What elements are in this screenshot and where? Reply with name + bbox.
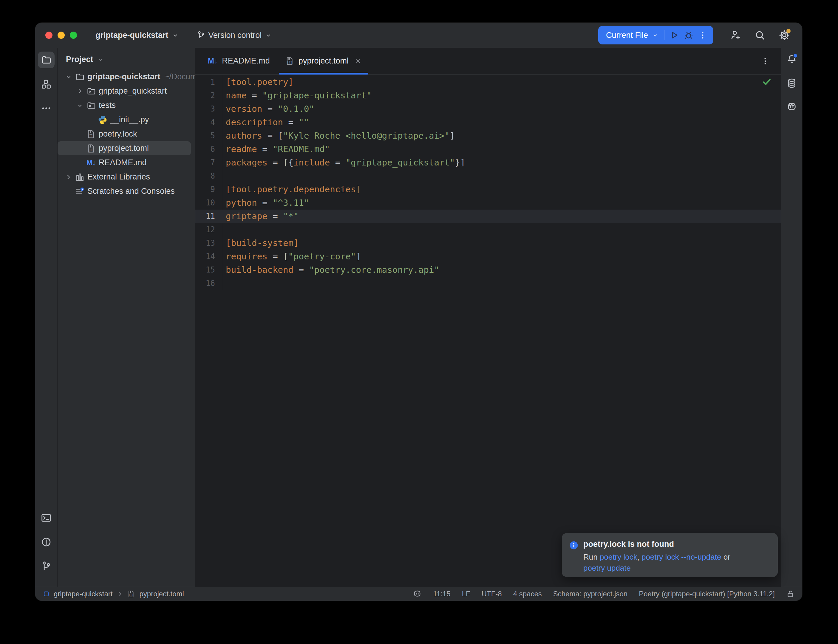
run-button[interactable]: [669, 30, 679, 40]
status-bar: griptape-quickstart [T] pyproject.toml 1…: [35, 587, 802, 601]
code-line-7[interactable]: 7packages = [{include = "griptape_quicks…: [196, 156, 781, 169]
token-str: "poetry.core.masonry.api": [309, 265, 439, 275]
code-line-9[interactable]: 9[tool.poetry.dependencies]: [196, 183, 781, 196]
zoom-window-button[interactable]: [70, 31, 77, 39]
code-line-16[interactable]: 16: [196, 277, 781, 290]
close-tab-icon[interactable]: [355, 58, 362, 65]
notification-body: Run poetry lock, poetry lock --no-update…: [583, 552, 730, 573]
code-line-10[interactable]: 10python = "^3.11": [196, 196, 781, 210]
project-switcher[interactable]: griptape-quickstart: [95, 31, 179, 40]
inspections-ok-checkmark-icon[interactable]: [762, 77, 772, 87]
code-line-2[interactable]: 2name = "griptape-quickstart": [196, 89, 781, 102]
settings-button[interactable]: [777, 28, 792, 43]
token-op: =: [293, 265, 309, 275]
tree-item-griptape-quickstart[interactable]: griptape-quickstart~/Docume: [58, 70, 191, 84]
code-line-1[interactable]: 1[tool.poetry]: [196, 76, 781, 89]
status-encoding[interactable]: UTF-8: [481, 590, 502, 598]
notifications-bell-button[interactable]: [784, 51, 800, 67]
chevron-right-icon[interactable]: [74, 87, 85, 95]
minimize-window-button[interactable]: [58, 31, 65, 39]
line-number: 14: [196, 250, 223, 263]
code-editor[interactable]: 1[tool.poetry]2name = "griptape-quicksta…: [196, 74, 781, 290]
code-line-14[interactable]: 14requires = ["poetry-core"]: [196, 250, 781, 263]
token-str: "README.md": [273, 144, 330, 154]
svg-text:[T]: [T]: [88, 133, 94, 138]
code-with-me-button[interactable]: [728, 28, 743, 43]
notification-link[interactable]: poetry lock --no-update: [641, 552, 721, 562]
tab-options-button[interactable]: [761, 48, 770, 74]
status-line-ending[interactable]: LF: [462, 590, 470, 598]
project-switcher-label: griptape-quickstart: [95, 31, 169, 40]
tab-label: pyproject.toml: [299, 56, 348, 66]
code-line-3[interactable]: 3version = "0.1.0": [196, 102, 781, 116]
breadcrumb-project[interactable]: griptape-quickstart: [54, 590, 112, 598]
tree-item-external-libraries[interactable]: External Libraries: [58, 170, 191, 184]
terminal-toolwindow-button[interactable]: [38, 509, 54, 526]
token-op: =: [268, 251, 283, 261]
notification-link[interactable]: poetry lock: [600, 552, 637, 562]
structure-toolwindow-button[interactable]: [38, 76, 54, 92]
code-line-11[interactable]: 11griptape = "*": [196, 210, 781, 223]
status-schema[interactable]: Schema: pyproject.json: [553, 590, 628, 598]
chevron-down-icon[interactable]: [63, 73, 74, 81]
git-toolwindow-button[interactable]: [38, 558, 54, 575]
github-copilot-icon[interactable]: [413, 590, 422, 598]
chevron-down-icon[interactable]: [74, 102, 85, 109]
close-window-button[interactable]: [45, 31, 53, 39]
vcs-widget[interactable]: Version control: [197, 31, 273, 40]
line-content: [build-system]: [223, 237, 299, 250]
code-line-15[interactable]: 15build-backend = "poetry.core.masonry.a…: [196, 263, 781, 277]
debug-button[interactable]: [684, 30, 693, 40]
code-line-6[interactable]: 6readme = "README.md": [196, 143, 781, 156]
tree-item-readme-md[interactable]: M↓README.md: [58, 156, 191, 170]
code-line-5[interactable]: 5authors = ["Kyle Roche <hello@griptape.…: [196, 129, 781, 143]
token-key: python: [226, 198, 257, 208]
tab-pyproject[interactable]: [T] pyproject.toml: [278, 48, 370, 74]
line-content: requires = ["poetry-core"]: [223, 250, 361, 263]
run-config-selector[interactable]: Current File: [606, 31, 648, 40]
notification-link[interactable]: poetry update: [583, 564, 631, 572]
line-number: 8: [196, 169, 223, 183]
search-everywhere-button[interactable]: [752, 28, 767, 43]
token-punc: [: [283, 251, 288, 261]
database-toolwindow-button[interactable]: [784, 75, 800, 91]
token-key: version: [226, 104, 262, 114]
project-panel-header[interactable]: Project: [58, 48, 195, 69]
problems-toolwindow-button[interactable]: [38, 534, 54, 550]
code-line-8[interactable]: 8: [196, 169, 781, 183]
line-number: 10: [196, 196, 223, 210]
line-number: 13: [196, 237, 223, 250]
more-toolwindows-button[interactable]: [38, 100, 54, 117]
tree-item-poetry-lock[interactable]: [T]poetry.lock: [58, 127, 191, 141]
line-content: [tool.poetry.dependencies]: [223, 183, 361, 196]
module-icon: [43, 591, 49, 597]
token-key: authors: [226, 131, 262, 141]
tree-item-pyproject-toml[interactable]: [T]pyproject.toml: [58, 141, 191, 155]
readonly-lock-icon[interactable]: [786, 590, 794, 598]
project-toolwindow-button[interactable]: [38, 52, 54, 68]
token-op: =: [257, 144, 273, 154]
tree-item--init-py[interactable]: __init__.py: [58, 113, 191, 127]
status-indent[interactable]: 4 spaces: [513, 590, 542, 598]
chevron-down-icon: [171, 31, 179, 39]
token-str: "griptape-quickstart": [262, 90, 371, 100]
tab-readme[interactable]: M↓ README.md: [200, 48, 278, 74]
tree-item-tests[interactable]: tests: [58, 99, 191, 112]
tree-item-griptape-quickstart[interactable]: griptape_quickstart: [58, 84, 191, 98]
line-number: 7: [196, 156, 223, 169]
code-line-4[interactable]: 4description = "": [196, 116, 781, 129]
tree-item-scratches-and-consoles[interactable]: Scratches and Consoles: [58, 184, 191, 198]
chevron-right-icon[interactable]: [63, 173, 74, 181]
token-str: "": [299, 117, 309, 127]
breadcrumb-file[interactable]: pyproject.toml: [139, 590, 184, 598]
tab-label: README.md: [222, 56, 270, 66]
ai-assistant-toolwindow-button[interactable]: [784, 99, 800, 115]
token-key: include: [293, 158, 330, 168]
status-interpreter[interactable]: Poetry (griptape-quickstart) [Python 3.1…: [639, 590, 775, 598]
code-line-13[interactable]: 13[build-system]: [196, 237, 781, 250]
token-section: [tool.poetry]: [226, 77, 293, 87]
token-key: readme: [226, 144, 257, 154]
status-caret-position[interactable]: 11:15: [433, 590, 450, 598]
code-line-12[interactable]: 12: [196, 223, 781, 237]
more-run-actions-button[interactable]: [698, 30, 707, 40]
